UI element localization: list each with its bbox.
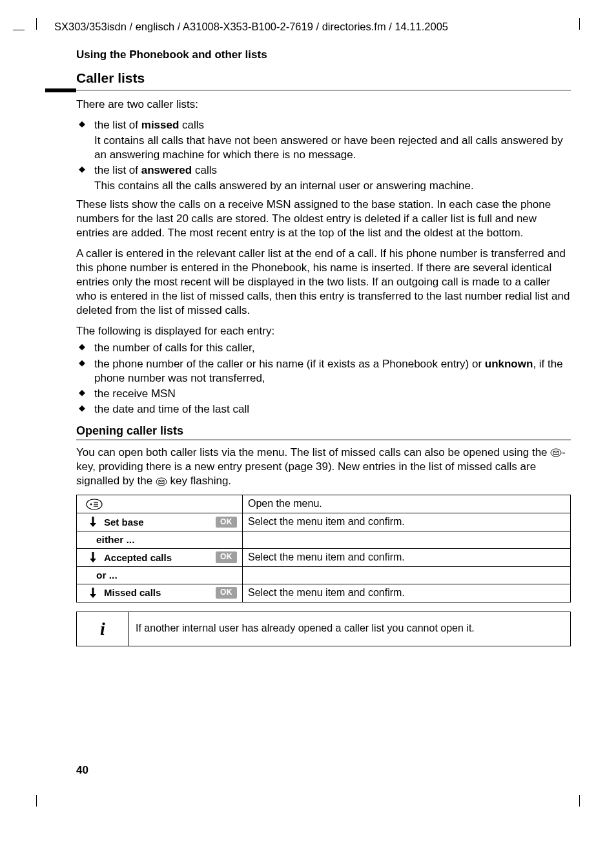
ok-badge: OK bbox=[216, 587, 237, 599]
table-row: or ... bbox=[77, 566, 571, 584]
text: calls bbox=[179, 119, 204, 131]
crop-mark bbox=[13, 30, 25, 30]
step-description: Open the menu. bbox=[243, 495, 571, 513]
caller-list-types: the list of missed calls It contains all… bbox=[76, 118, 571, 193]
bold-text: missed bbox=[141, 119, 180, 131]
table-row: Accepted calls OK Select the menu item a… bbox=[77, 548, 571, 566]
table-row: Open the menu. bbox=[77, 495, 571, 513]
mail-key-icon bbox=[550, 448, 562, 457]
down-arrow-icon bbox=[88, 551, 98, 563]
menu-item-label: Set base bbox=[104, 516, 209, 529]
table-row: Set base OK Select the menu item and con… bbox=[77, 513, 571, 531]
step-description: Select the menu item and confirm. bbox=[243, 548, 571, 566]
crop-mark bbox=[579, 18, 580, 30]
list-item: the list of missed calls It contains all… bbox=[76, 118, 571, 162]
text: key flashing. bbox=[167, 475, 231, 487]
ok-badge: OK bbox=[216, 551, 237, 563]
text: You can open both caller lists via the m… bbox=[76, 446, 550, 458]
list-item: the date and time of the last call bbox=[76, 402, 571, 417]
section-title: Using the Phonebook and other lists bbox=[76, 48, 571, 61]
step-description: Select the menu item and confirm. bbox=[243, 584, 571, 602]
note-text: If another internal user has already ope… bbox=[129, 612, 571, 646]
bold-text: answered bbox=[141, 164, 192, 176]
text: the list of bbox=[94, 119, 141, 131]
crop-mark bbox=[36, 795, 37, 807]
list-item: the number of calls for this caller, bbox=[76, 341, 571, 355]
down-arrow-icon bbox=[88, 587, 98, 599]
text: the phone number of the caller or his na… bbox=[94, 358, 485, 370]
subheading-rule bbox=[76, 439, 571, 440]
intro-text: There are two caller lists: bbox=[76, 98, 571, 112]
info-icon: i bbox=[77, 612, 129, 646]
ok-badge: OK bbox=[216, 517, 237, 528]
list-item: the list of answered calls This contains… bbox=[76, 163, 571, 193]
heading-opening-caller-lists: Opening caller lists bbox=[76, 424, 571, 438]
steps-table: Open the menu. Set base OK Select the me… bbox=[76, 495, 571, 602]
list-item: the receive MSN bbox=[76, 387, 571, 401]
mail-key-icon bbox=[156, 477, 167, 486]
list-item: the phone number of the caller or his na… bbox=[76, 357, 571, 386]
condition-or: or ... bbox=[82, 569, 237, 582]
sub-text: This contains all the calls answered by … bbox=[94, 179, 571, 193]
opening-paragraph: You can open both caller lists via the m… bbox=[76, 446, 571, 488]
step-description: Select the menu item and confirm. bbox=[243, 513, 571, 531]
table-row: either ... bbox=[77, 531, 571, 548]
condition-either: either ... bbox=[82, 533, 237, 546]
paragraph: These lists show the calls on a receive … bbox=[76, 198, 571, 240]
down-arrow-icon bbox=[88, 516, 98, 528]
heading-rule bbox=[45, 88, 571, 92]
text: the list of bbox=[94, 164, 141, 176]
menu-item-label: Accepted calls bbox=[104, 551, 209, 564]
page-number: 40 bbox=[76, 764, 88, 777]
paragraph: The following is displayed for each entr… bbox=[76, 324, 571, 338]
sub-text: It contains all calls that have not been… bbox=[94, 134, 571, 162]
header-path: SX303/353isdn / englisch / A31008-X353-B… bbox=[54, 21, 571, 33]
entry-display-list: the number of calls for this caller, the… bbox=[76, 341, 571, 416]
crop-mark bbox=[579, 795, 580, 807]
note-box: i If another internal user has already o… bbox=[76, 612, 571, 646]
menu-key-icon bbox=[86, 499, 103, 510]
paragraph: A caller is entered in the relevant call… bbox=[76, 247, 571, 318]
menu-item-label: Missed calls bbox=[104, 586, 209, 599]
heading-caller-lists: Caller lists bbox=[76, 70, 571, 86]
bold-text: unknown bbox=[485, 358, 533, 370]
text: calls bbox=[192, 164, 217, 176]
crop-mark bbox=[36, 18, 37, 30]
svg-point-5 bbox=[90, 503, 92, 505]
table-row: Missed calls OK Select the menu item and… bbox=[77, 584, 571, 602]
